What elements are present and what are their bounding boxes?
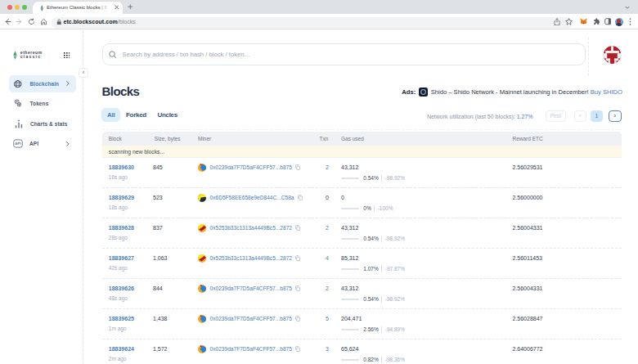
svg-text:API: API <box>15 142 20 146</box>
